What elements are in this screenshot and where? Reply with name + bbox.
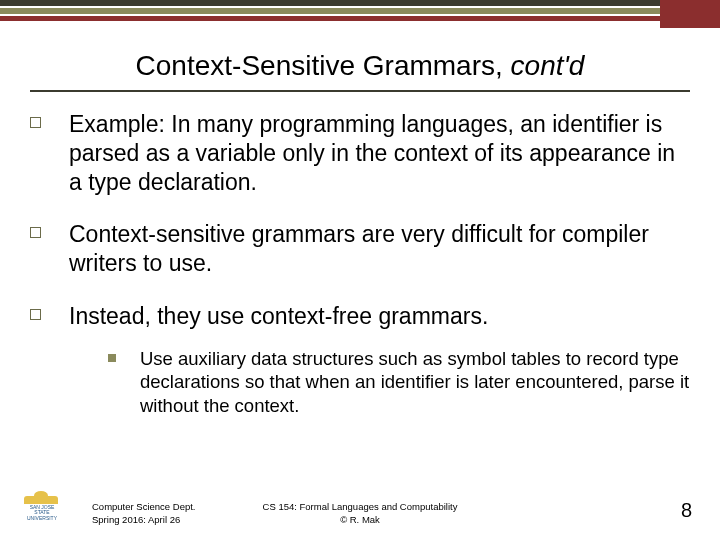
- bullet-item: Example: In many programming languages, …: [30, 110, 690, 196]
- page-number: 8: [681, 499, 692, 522]
- bullet-text: Example: In many programming languages, …: [69, 110, 690, 196]
- slide-content: Example: In many programming languages, …: [30, 110, 690, 418]
- bullet-marker-icon: [30, 309, 41, 320]
- footer-center: CS 154: Formal Languages and Computabili…: [0, 501, 720, 526]
- title-emph: cont'd: [511, 50, 585, 81]
- bullet-item: Context-sensitive grammars are very diff…: [30, 220, 690, 278]
- footer-copyright: © R. Mak: [0, 514, 720, 526]
- sub-bullet-item: Use auxiliary data structures such as sy…: [108, 347, 690, 418]
- title-underline: [30, 90, 690, 92]
- slide-title: Context-Sensitive Grammars, cont'd: [0, 50, 720, 82]
- footer-course: CS 154: Formal Languages and Computabili…: [0, 501, 720, 513]
- bullet-text: Context-sensitive grammars are very diff…: [69, 220, 690, 278]
- sub-bullet-text: Use auxiliary data structures such as sy…: [140, 347, 690, 418]
- title-main: Context-Sensitive Grammars,: [136, 50, 511, 81]
- sub-bullet-marker-icon: [108, 354, 116, 362]
- bullet-item: Instead, they use context-free grammars.: [30, 302, 690, 331]
- decorative-top-bars: [0, 0, 720, 21]
- slide-footer: SAN JOSE STATE UNIVERSITY Computer Scien…: [0, 486, 720, 526]
- bullet-text: Instead, they use context-free grammars.: [69, 302, 488, 331]
- bullet-marker-icon: [30, 227, 41, 238]
- bullet-marker-icon: [30, 117, 41, 128]
